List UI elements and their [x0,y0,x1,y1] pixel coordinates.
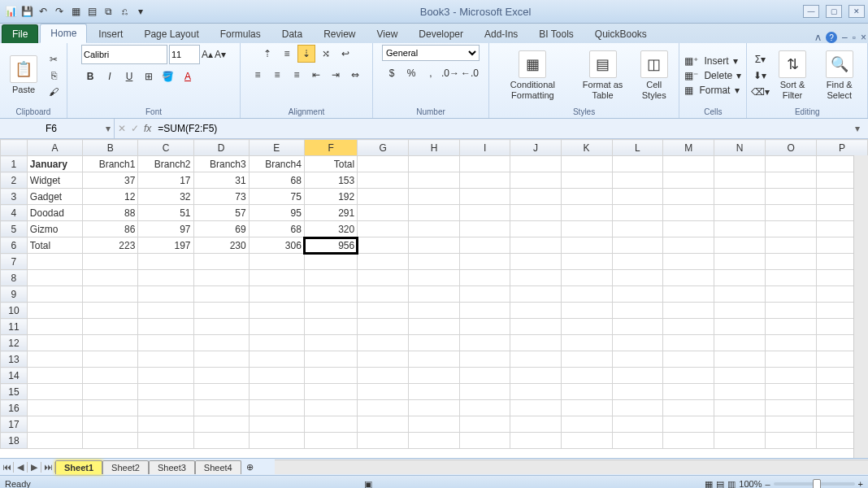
decrease-decimal-icon[interactable]: ←.0 [461,64,479,82]
cell[interactable]: 75 [249,189,304,205]
comma-format-icon[interactable]: , [422,64,440,82]
cell[interactable] [138,384,193,400]
cell[interactable] [460,221,510,237]
cell[interactable] [561,319,612,335]
cell[interactable] [83,335,138,351]
cell[interactable] [766,156,817,172]
cell[interactable] [304,335,357,351]
cell[interactable] [460,384,510,400]
cell[interactable] [249,270,304,286]
row-header[interactable]: 1 [1,156,28,172]
col-header-G[interactable]: G [358,140,409,156]
fx-icon[interactable]: fx [144,123,151,134]
cell[interactable] [612,270,663,286]
cell[interactable] [83,303,138,319]
cell[interactable] [612,384,663,400]
ribbon-tab-bi-tools[interactable]: BI Tools [529,25,583,43]
cell[interactable] [766,400,817,416]
cell[interactable] [663,172,714,189]
cell[interactable] [193,384,249,400]
col-header-C[interactable]: C [138,140,193,156]
cell[interactable] [460,286,510,303]
cell[interactable]: January [27,156,82,172]
cell[interactable]: 88 [83,205,138,221]
cell[interactable] [510,286,562,303]
bold-button[interactable]: B [81,68,99,85]
cell[interactable] [193,351,249,368]
cell[interactable] [460,189,510,205]
cell[interactable] [714,433,766,449]
cell[interactable] [714,221,766,237]
cell[interactable] [27,384,82,400]
font-size-input[interactable] [169,45,200,64]
row-header[interactable]: 14 [1,368,28,384]
col-header-F[interactable]: F [304,140,357,156]
cell[interactable] [460,237,510,254]
cell[interactable] [27,433,82,449]
cell[interactable] [510,205,562,221]
cell[interactable]: Branch4 [249,156,304,172]
cell[interactable] [193,416,249,433]
cell[interactable]: 320 [304,221,357,237]
align-bottom-icon[interactable]: ⇣ [297,45,315,63]
new-sheet-icon[interactable]: ⊕ [241,462,258,473]
expand-formula-bar-icon[interactable]: ▾ [850,123,865,134]
cell[interactable] [663,319,714,335]
cell[interactable] [358,237,409,254]
cell[interactable] [27,335,82,351]
ribbon-tab-file[interactable]: File [2,24,38,43]
orientation-icon[interactable]: ⤭ [317,45,335,63]
row-header[interactable]: 15 [1,384,28,400]
cell[interactable] [83,416,138,433]
cell[interactable] [409,416,460,433]
row-header[interactable]: 6 [1,237,28,254]
increase-font-icon[interactable]: A▴ [202,49,213,60]
cell[interactable] [249,303,304,319]
cell[interactable] [460,368,510,384]
cell[interactable] [561,400,612,416]
cell[interactable] [358,189,409,205]
align-left-icon[interactable]: ≡ [249,66,267,84]
cell[interactable] [409,384,460,400]
italic-button[interactable]: I [101,68,119,85]
ribbon-tab-review[interactable]: Review [314,25,365,43]
cell[interactable] [612,237,663,254]
cell[interactable] [663,254,714,270]
cell[interactable] [358,368,409,384]
cell[interactable] [409,303,460,319]
cell[interactable] [83,270,138,286]
cell[interactable] [663,205,714,221]
cell[interactable]: 68 [249,172,304,189]
accounting-format-icon[interactable]: $ [383,64,401,82]
sheet-tab-sheet1[interactable]: Sheet1 [55,460,102,474]
cell[interactable] [714,384,766,400]
zoom-level[interactable]: 100% [739,479,762,488]
cell[interactable] [612,433,663,449]
cell[interactable] [612,286,663,303]
font-color-button[interactable]: A [179,68,197,85]
cell[interactable]: 192 [304,189,357,205]
cell[interactable] [460,433,510,449]
cell[interactable] [766,368,817,384]
cell[interactable] [510,254,562,270]
cell[interactable] [663,400,714,416]
cell[interactable] [138,270,193,286]
ribbon-tab-quickbooks[interactable]: QuickBooks [585,25,657,43]
cell[interactable] [766,254,817,270]
cell[interactable] [561,433,612,449]
cell[interactable] [193,368,249,384]
cell[interactable] [409,172,460,189]
ribbon-tab-data[interactable]: Data [272,25,312,43]
cell[interactable] [138,254,193,270]
percent-format-icon[interactable]: % [402,64,420,82]
cell[interactable] [358,335,409,351]
cell[interactable] [358,433,409,449]
cell[interactable] [612,205,663,221]
cell[interactable] [249,319,304,335]
undo-icon[interactable]: ↶ [36,4,50,19]
cell[interactable] [358,254,409,270]
cell[interactable]: 73 [193,189,249,205]
autosum-icon[interactable]: Σ▾ [752,52,768,67]
cell[interactable] [714,205,766,221]
cell[interactable] [663,433,714,449]
